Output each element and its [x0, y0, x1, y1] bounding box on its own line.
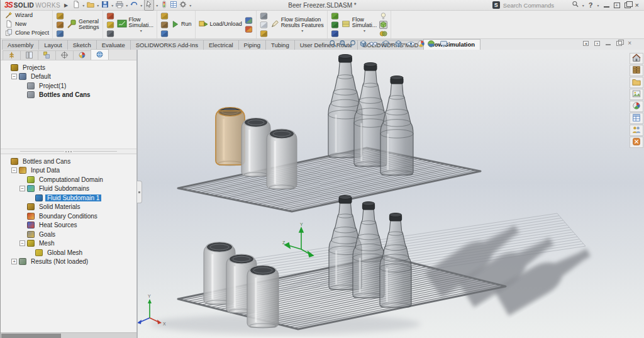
tab-electrical[interactable]: Electrical: [203, 40, 239, 50]
doc-close-button[interactable]: ×: [628, 41, 631, 46]
rebuild-traffic-light-button[interactable]: [160, 0, 169, 10]
dropdown-caret-icon[interactable]: ▾: [301, 30, 303, 33]
panel-horizontal-scrollbar[interactable]: [1, 332, 136, 338]
dropdown-caret-icon[interactable]: ▾: [126, 3, 128, 8]
collapse-toggle-icon[interactable]: −: [11, 167, 17, 173]
new-button[interactable]: New: [5, 21, 49, 29]
dropdown-caret-icon[interactable]: ▾: [448, 43, 450, 46]
collapse-toggle-icon[interactable]: −: [11, 74, 17, 79]
menu-flyout-arrow-icon[interactable]: ▶: [64, 3, 68, 8]
cube-green-button[interactable]: [379, 21, 387, 29]
search-commands[interactable]: S Search Commands ▾: [492, 1, 584, 9]
panel-tab-property-manager[interactable]: [20, 50, 38, 60]
search-caret-icon[interactable]: ▾: [582, 3, 584, 8]
panel-tab-display-manager[interactable]: [73, 50, 91, 60]
solidworks-logo[interactable]: 3S SOLIDWORKS: [1, 1, 63, 9]
dropdown-caret-icon[interactable]: ▾: [364, 30, 365, 33]
minimize-button[interactable]: [604, 6, 609, 8]
tree-item-global-mesh[interactable]: −Global Mesh: [3, 248, 136, 257]
tree-item-goals[interactable]: −Goals: [3, 230, 136, 239]
new-doc-button[interactable]: [72, 0, 80, 10]
taskpane-folder-button[interactable]: [630, 77, 643, 88]
tree-item-projects[interactable]: −Projects: [3, 63, 136, 72]
help-caret-icon[interactable]: ▾: [597, 3, 599, 8]
monitor-button[interactable]: ▾: [440, 40, 450, 49]
expand-toggle-icon[interactable]: +: [11, 259, 17, 264]
dropdown-caret-icon[interactable]: ▾: [189, 3, 191, 8]
restore-button[interactable]: [625, 3, 631, 8]
dropdown-caret-icon[interactable]: ▾: [140, 3, 142, 8]
tree-item-project-1[interactable]: −Project(1): [3, 81, 136, 91]
mini-hdd-blue-button[interactable]: [245, 16, 253, 25]
tree-item-default[interactable]: −Default: [3, 72, 136, 82]
tab-layout[interactable]: Layout: [38, 40, 68, 50]
tab-evaluate[interactable]: Evaluate: [96, 40, 131, 50]
search-scope-icon[interactable]: S: [492, 1, 500, 9]
tree-item-results-not-loaded[interactable]: +Results (Not loaded): [3, 257, 136, 267]
dropdown-caret-icon[interactable]: ▾: [82, 3, 84, 8]
new-window-button[interactable]: +: [614, 3, 620, 8]
panel-splitter[interactable]: [1, 149, 136, 154]
panel-tab-configuration[interactable]: [38, 50, 56, 60]
run-button[interactable]: Run: [171, 20, 192, 30]
doc-restore-button[interactable]: [616, 41, 622, 46]
tree-item-boundary-conditions[interactable]: −Boundary Conditions: [3, 211, 136, 221]
taskpane-image-button[interactable]: [630, 89, 643, 100]
taskpane-orange-cube-button[interactable]: [630, 137, 643, 148]
panel-tab-features-tree[interactable]: [3, 50, 21, 60]
mini-export-green-button[interactable]: [331, 12, 339, 20]
mini-diamond-button[interactable]: [260, 21, 268, 29]
balls-button[interactable]: [379, 30, 387, 38]
dropdown-caret-icon[interactable]: ▾: [111, 3, 113, 8]
tree-item-input-data[interactable]: −Input Data: [3, 166, 136, 176]
scene-ball-button[interactable]: ▾: [427, 40, 438, 49]
mini-check-gray-button[interactable]: [260, 12, 268, 20]
general-settings-button[interactable]: General Settings: [67, 19, 99, 31]
taskpane-table-grid-button[interactable]: [630, 113, 643, 124]
tab-tubing[interactable]: Tubing: [265, 40, 295, 50]
mini-xls-green-button[interactable]: [331, 21, 339, 29]
tab-assembly[interactable]: Assembly: [2, 40, 39, 50]
tab-piping[interactable]: Piping: [238, 40, 266, 50]
hide-show-eye-button[interactable]: [407, 40, 415, 49]
mini-chart-color-button[interactable]: [245, 25, 253, 33]
taskpane-users-button[interactable]: [630, 125, 643, 136]
dropdown-caret-icon[interactable]: ▾: [403, 43, 405, 46]
doc-pane-button-a[interactable]: ■: [583, 41, 589, 46]
display-style-button[interactable]: ▾: [394, 40, 405, 49]
load-unload-button[interactable]: Load/Unload: [199, 20, 242, 30]
doc-minimize-button[interactable]: [606, 44, 611, 45]
tree-item-mesh[interactable]: −Mesh: [3, 239, 136, 249]
dropdown-caret-icon[interactable]: ▾: [378, 43, 380, 46]
help-button[interactable]: ?: [589, 1, 593, 9]
zoom-fit-button[interactable]: [329, 40, 337, 49]
search-input[interactable]: Search Commands: [503, 2, 569, 9]
panel-tab-dimxpert-target[interactable]: [55, 50, 74, 60]
dropdown-caret-icon[interactable]: ▾: [140, 30, 142, 33]
view-orientation-button[interactable]: ▾: [382, 40, 392, 49]
panel-tab-flow-simulation-globe[interactable]: [91, 49, 109, 60]
tab-sketch[interactable]: Sketch: [67, 40, 97, 50]
clone-project-button[interactable]: Clone Project: [5, 30, 49, 38]
select-cursor-button[interactable]: [144, 0, 154, 11]
collapse-toggle-icon[interactable]: −: [19, 186, 25, 191]
search-icon[interactable]: [572, 1, 579, 9]
mini-red-folder-button[interactable]: [106, 12, 114, 20]
save-button[interactable]: [101, 0, 109, 10]
dropdown-caret-icon[interactable]: ▾: [391, 43, 392, 46]
scrollbar-thumb[interactable]: [1, 334, 61, 338]
section-view-button[interactable]: [359, 40, 367, 49]
mini-gold2-button[interactable]: [160, 12, 169, 20]
mini-brown-button[interactable]: [56, 21, 64, 29]
undo-button[interactable]: [130, 0, 138, 10]
flow-simulati-button[interactable]: Flow Simulati...▾: [117, 17, 154, 33]
mini-dark-tools-button[interactable]: [106, 30, 114, 38]
tree-item-fluid-subdomains[interactable]: −Fluid Subdomains: [3, 184, 136, 194]
flow-simulation-results-features-button[interactable]: Flow Simulation Results Features▾: [270, 17, 324, 33]
tree-item-solid-materials[interactable]: −Solid Materials: [3, 203, 136, 212]
wizard-button[interactable]: Wizard: [5, 12, 49, 20]
tab-solidworks-add-ins[interactable]: SOLIDWORKS Add-Ins: [130, 40, 204, 50]
appearance-ball-button[interactable]: [417, 40, 425, 49]
taskpane-color-ball-button[interactable]: [630, 101, 643, 112]
mini-paw-button[interactable]: [160, 21, 169, 29]
